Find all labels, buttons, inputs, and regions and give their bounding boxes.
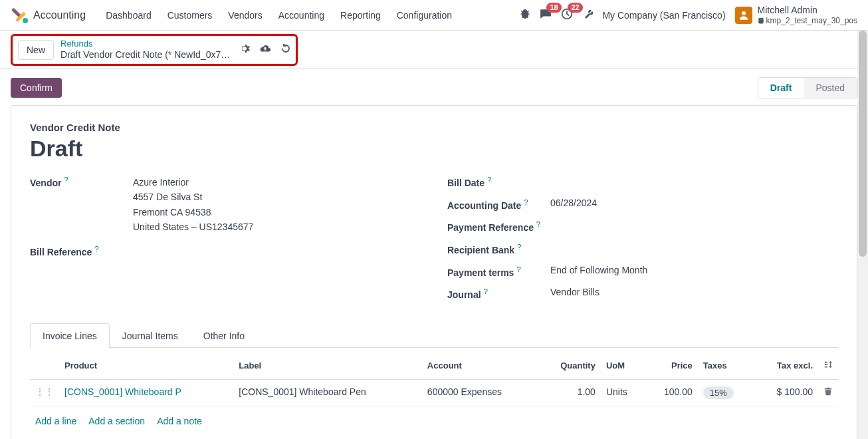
- help-icon[interactable]: ?: [517, 242, 521, 251]
- vendor-value[interactable]: Azure Interior 4557 De Silva St Fremont …: [133, 175, 421, 235]
- nav-links: Dashboard Customers Vendors Accounting R…: [98, 10, 460, 21]
- new-button[interactable]: New: [18, 40, 54, 60]
- confirm-button[interactable]: Confirm: [11, 78, 62, 98]
- breadcrumb-parent[interactable]: Refunds: [60, 39, 230, 49]
- vendor-label: Vendor ?: [30, 175, 133, 188]
- help-icon[interactable]: ?: [536, 220, 540, 228]
- bill-reference-label: Bill Reference ?: [30, 244, 133, 257]
- status-row: Confirm Draft Posted: [11, 77, 857, 98]
- breadcrumb-current: Draft Vendor Credit Note (* NewId_0x7…: [60, 49, 230, 61]
- user-text: Mitchell Admin kmp_2_test_may_30_pos: [758, 5, 857, 25]
- breadcrumb-actions: [239, 43, 291, 56]
- cell-quantity[interactable]: 1.00: [538, 379, 601, 406]
- bug-icon[interactable]: [520, 9, 530, 21]
- cloud-save-icon[interactable]: [259, 43, 271, 56]
- bill-date-label: Bill Date ?: [447, 175, 550, 188]
- status-posted[interactable]: Posted: [804, 78, 857, 98]
- cell-account[interactable]: 600000 Expenses: [422, 379, 538, 406]
- tax-chip: 15%: [703, 386, 734, 399]
- cell-taxes[interactable]: 15%: [698, 379, 754, 406]
- add-section[interactable]: Add a section: [88, 416, 145, 426]
- line-tabs: Invoice Lines Journal Items Other Info: [30, 323, 838, 348]
- delete-row-icon[interactable]: [818, 379, 838, 406]
- vertical-scrollbar[interactable]: [857, 31, 868, 439]
- messages-badge: 18: [546, 3, 561, 13]
- db-name: kmp_2_test_may_30_pos: [758, 16, 857, 25]
- cell-taxexcl: $ 100.00: [754, 379, 818, 406]
- user-menu[interactable]: Mitchell Admin kmp_2_test_may_30_pos: [735, 5, 857, 25]
- add-line[interactable]: Add a line: [35, 416, 76, 426]
- field-col-left: Vendor ? Azure Interior 4557 De Silva St…: [30, 175, 421, 309]
- add-note[interactable]: Add a note: [157, 416, 202, 426]
- tab-other-info[interactable]: Other Info: [191, 323, 257, 348]
- field-col-right: Bill Date ? Accounting Date ? 06/28/2024…: [447, 175, 838, 309]
- col-taxes: Taxes: [698, 352, 754, 380]
- sheet-wrap: Confirm Draft Posted Vendor Credit Note …: [0, 69, 868, 439]
- discard-icon[interactable]: [280, 43, 291, 56]
- help-icon[interactable]: ?: [64, 175, 68, 184]
- scrollbar-thumb[interactable]: [859, 31, 867, 257]
- help-icon[interactable]: ?: [516, 265, 520, 273]
- help-icon[interactable]: ?: [487, 175, 491, 184]
- document-type: Vendor Credit Note: [30, 122, 838, 133]
- help-icon[interactable]: ?: [94, 244, 98, 253]
- status-draft[interactable]: Draft: [758, 78, 804, 98]
- tab-invoice-lines[interactable]: Invoice Lines: [30, 323, 110, 348]
- document-title: Draft: [30, 136, 838, 162]
- product-link[interactable]: [CONS_0001] Whiteboard P: [64, 386, 181, 397]
- user-name: Mitchell Admin: [758, 5, 857, 16]
- col-product: Product: [59, 352, 233, 380]
- help-icon[interactable]: ?: [483, 287, 487, 295]
- breadcrumb-highlight: New Refunds Draft Vendor Credit Note (* …: [11, 34, 298, 66]
- payment-terms-value[interactable]: End of Following Month: [550, 265, 838, 275]
- status-bar: Draft Posted: [758, 77, 857, 98]
- col-quantity: Quantity: [538, 352, 601, 380]
- cell-uom[interactable]: Units: [601, 379, 644, 406]
- columns-options-icon[interactable]: [818, 352, 838, 380]
- tools-icon[interactable]: [582, 9, 593, 21]
- app-name[interactable]: Accounting: [33, 9, 86, 21]
- breadcrumb: Refunds Draft Vendor Credit Note (* NewI…: [60, 39, 230, 61]
- tab-journal-items[interactable]: Journal Items: [110, 323, 191, 348]
- payment-reference-label: Payment Reference ?: [447, 220, 550, 233]
- col-account: Account: [422, 352, 538, 380]
- svg-point-2: [758, 18, 764, 20]
- accounting-date-value[interactable]: 06/28/2024: [550, 198, 838, 208]
- journal-label: Journal ?: [447, 287, 550, 300]
- recipient-bank-label: Recipient Bank ?: [447, 242, 550, 255]
- field-grid: Vendor ? Azure Interior 4557 De Silva St…: [30, 175, 838, 309]
- drag-handle-icon[interactable]: ⋮⋮: [30, 379, 59, 406]
- nav-customers[interactable]: Customers: [160, 10, 221, 21]
- nav-accounting[interactable]: Accounting: [271, 10, 332, 21]
- topnav-right: 18 22 My Company (San Francisco) Mitchel…: [520, 5, 857, 25]
- cell-price[interactable]: 100.00: [644, 379, 697, 406]
- svg-point-1: [742, 11, 746, 15]
- table-row[interactable]: ⋮⋮ [CONS_0001] Whiteboard P [CONS_0001] …: [30, 379, 838, 406]
- avatar: [735, 7, 752, 24]
- invoice-lines-table: Product Label Account Quantity UoM Price…: [30, 352, 838, 406]
- accounting-date-label: Accounting Date ?: [447, 198, 550, 211]
- nav-configuration[interactable]: Configuration: [389, 10, 460, 21]
- payment-terms-label: Payment terms ?: [447, 265, 550, 278]
- nav-reporting[interactable]: Reporting: [332, 10, 389, 21]
- activities-icon[interactable]: 22: [561, 8, 573, 22]
- add-actions: Add a line Add a section Add a note: [30, 406, 838, 436]
- nav-dashboard[interactable]: Dashboard: [98, 10, 160, 21]
- help-icon[interactable]: ?: [524, 198, 528, 206]
- col-taxexcl: Tax excl.: [754, 352, 818, 380]
- company-switcher[interactable]: My Company (San Francisco): [602, 10, 725, 21]
- activities-badge: 22: [568, 3, 582, 13]
- messages-icon[interactable]: 18: [540, 8, 552, 22]
- col-price: Price: [644, 352, 697, 380]
- app-logo[interactable]: [11, 7, 27, 23]
- control-bar: New Refunds Draft Vendor Credit Note (* …: [0, 31, 868, 69]
- form-sheet: Vendor Credit Note Draft Vendor ? Azure …: [11, 105, 857, 439]
- nav-vendors[interactable]: Vendors: [220, 10, 270, 21]
- col-uom: UoM: [601, 352, 644, 380]
- cell-label[interactable]: [CONS_0001] Whiteboard Pen: [233, 379, 422, 406]
- gear-icon[interactable]: [239, 43, 250, 56]
- journal-value[interactable]: Vendor Bills: [550, 287, 838, 297]
- col-label: Label: [233, 352, 422, 380]
- top-navbar: Accounting Dashboard Customers Vendors A…: [0, 0, 868, 31]
